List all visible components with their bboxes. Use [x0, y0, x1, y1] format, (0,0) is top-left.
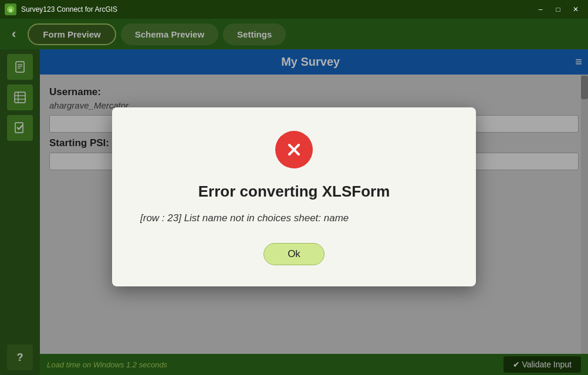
- restore-button[interactable]: □: [550, 4, 566, 15]
- error-message: [row : 23] List name not in choices shee…: [140, 212, 349, 224]
- title-bar-left: S Survey123 Connect for ArcGIS: [5, 4, 117, 15]
- error-icon: [275, 131, 313, 168]
- app-title: Survey123 Connect for ArcGIS: [21, 5, 117, 13]
- error-dialog: Error converting XLSForm [row : 23] List…: [112, 107, 476, 286]
- close-button[interactable]: ✕: [568, 4, 583, 15]
- window-controls: – □ ✕: [533, 4, 583, 15]
- error-title: Error converting XLSForm: [198, 183, 390, 201]
- ok-button[interactable]: Ok: [263, 243, 325, 265]
- svg-text:S: S: [9, 8, 12, 13]
- title-bar: S Survey123 Connect for ArcGIS – □ ✕: [0, 0, 588, 19]
- modal-overlay: Error converting XLSForm [row : 23] List…: [0, 19, 588, 375]
- app-icon: S: [5, 4, 16, 15]
- minimize-button[interactable]: –: [533, 4, 548, 15]
